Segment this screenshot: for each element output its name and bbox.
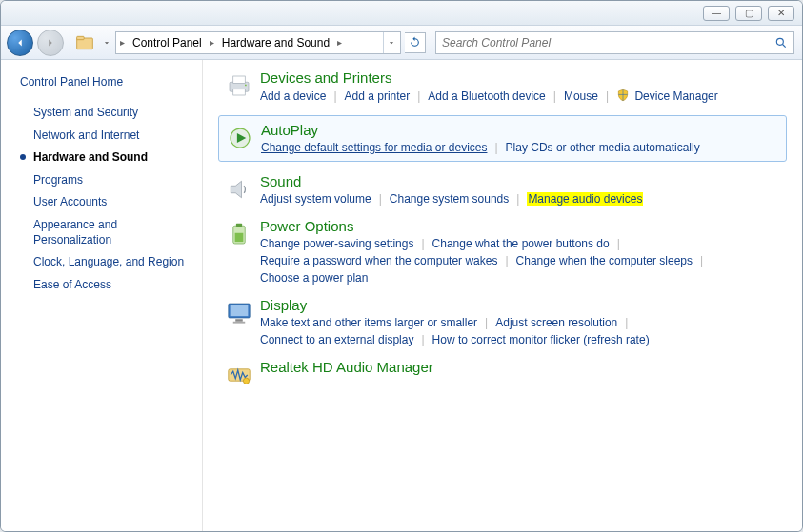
svg-rect-1 [77, 36, 85, 39]
titlebar: — ▢ ✕ [1, 1, 802, 26]
devices-printers-heading[interactable]: Devices and Printers [260, 69, 787, 86]
content: Devices and Printers Add a device| Add a… [203, 60, 802, 531]
manage-audio-devices-link[interactable]: Manage audio devices [527, 192, 643, 206]
external-display-link[interactable]: Connect to an external display [260, 332, 413, 347]
svg-rect-6 [233, 89, 246, 95]
section-autoplay: AutoPlay Change default settings for med… [218, 115, 787, 162]
require-password-link[interactable]: Require a password when the computer wak… [260, 253, 497, 268]
add-printer-link[interactable]: Add a printer [345, 89, 411, 104]
power-options-heading[interactable]: Power Options [260, 218, 787, 234]
minimize-button[interactable]: — [703, 6, 730, 21]
breadcrumb[interactable]: ▸ Control Panel ▸ Hardware and Sound ▸ [115, 31, 401, 54]
change-sounds-link[interactable]: Change system sounds [390, 191, 509, 207]
autoplay-defaults-link[interactable]: Change default settings for media or dev… [261, 140, 487, 155]
add-device-link[interactable]: Add a device [260, 89, 326, 104]
refresh-icon [409, 36, 421, 49]
breadcrumb-control-panel[interactable]: Control Panel [127, 32, 208, 53]
svg-rect-11 [236, 224, 242, 227]
sidebar-item-appearance[interactable]: Appearance and Personalization [20, 214, 192, 251]
realtek-heading[interactable]: Realtek HD Audio Manager [260, 359, 787, 375]
adjust-volume-link[interactable]: Adjust system volume [260, 191, 371, 207]
svg-point-18 [243, 378, 249, 384]
sidebar-item-hardware-sound[interactable]: Hardware and Sound [20, 147, 192, 169]
mouse-link[interactable]: Mouse [564, 89, 598, 104]
search-icon [774, 36, 788, 49]
svg-rect-14 [231, 305, 249, 316]
autoplay-heading[interactable]: AutoPlay [261, 122, 786, 138]
screen-resolution-link[interactable]: Adjust screen resolution [495, 315, 617, 330]
svg-point-2 [776, 38, 783, 45]
display-heading[interactable]: Display [260, 297, 787, 313]
svg-rect-16 [233, 322, 246, 324]
section-power: Power Options Change power-saving settin… [218, 218, 787, 286]
sidebar: Control Panel Home System and Security N… [1, 60, 203, 531]
power-plan-link[interactable]: Choose a power plan [260, 270, 368, 286]
svg-rect-15 [235, 319, 243, 322]
sidebar-item-system-security[interactable]: System and Security [20, 102, 192, 125]
text-size-link[interactable]: Make text and other items larger or smal… [260, 315, 477, 330]
sidebar-item-user-accounts[interactable]: User Accounts [20, 191, 192, 214]
device-manager-link[interactable]: Device Manager [616, 88, 718, 104]
svg-rect-5 [233, 76, 246, 84]
sleep-change-link[interactable]: Change when the computer sleeps [516, 253, 693, 268]
maximize-button[interactable]: ▢ [735, 6, 762, 21]
autoplay-play-cd-link[interactable]: Play CDs or other media automatically [506, 140, 700, 155]
arrow-left-icon [13, 36, 27, 49]
sidebar-item-programs[interactable]: Programs [20, 169, 192, 192]
svg-line-3 [783, 44, 786, 47]
arrow-right-icon [44, 36, 57, 49]
sidebar-item-clock-language[interactable]: Clock, Language, and Region [20, 251, 192, 274]
monitor-flicker-link[interactable]: How to correct monitor flicker (refresh … [432, 332, 650, 347]
device-manager-label: Device Manager [634, 89, 717, 103]
search-box[interactable] [435, 31, 794, 54]
sidebar-item-network-internet[interactable]: Network and Internet [20, 125, 192, 148]
power-saving-link[interactable]: Change power-saving settings [260, 236, 413, 251]
breadcrumb-hardware-sound[interactable]: Hardware and Sound [216, 32, 335, 53]
forward-button[interactable] [37, 30, 64, 56]
display-icon [218, 297, 260, 347]
realtek-icon [218, 359, 260, 389]
breadcrumb-root-arrow[interactable]: ▸ [118, 37, 127, 48]
close-button[interactable]: ✕ [768, 6, 794, 21]
battery-icon [218, 218, 260, 286]
shield-icon [616, 89, 630, 102]
svg-rect-12 [235, 233, 244, 242]
section-sound: Sound Adjust system volume| Change syste… [218, 173, 787, 207]
breadcrumb-dropdown[interactable] [383, 32, 398, 53]
section-devices-printers: Devices and Printers Add a device| Add a… [218, 69, 787, 104]
section-display: Display Make text and other items larger… [218, 297, 787, 347]
sidebar-list: System and Security Network and Internet… [20, 102, 192, 296]
refresh-button[interactable] [405, 32, 426, 53]
sound-heading[interactable]: Sound [260, 173, 787, 189]
autoplay-icon [219, 122, 261, 155]
back-button[interactable] [7, 30, 33, 56]
chevron-down-icon[interactable] [102, 38, 111, 48]
body: Control Panel Home System and Security N… [1, 60, 802, 531]
navbar: ▸ Control Panel ▸ Hardware and Sound ▸ [1, 26, 802, 60]
sidebar-item-ease-access[interactable]: Ease of Access [20, 274, 192, 297]
svg-point-7 [245, 84, 247, 86]
control-panel-window: — ▢ ✕ ▸ Control Panel ▸ Hardware and Sou… [0, 0, 803, 532]
power-buttons-link[interactable]: Change what the power buttons do [432, 236, 610, 251]
add-bluetooth-link[interactable]: Add a Bluetooth device [428, 89, 545, 104]
breadcrumb-sep-icon[interactable]: ▸ [335, 37, 344, 48]
explorer-icon [75, 34, 94, 51]
control-panel-home-link[interactable]: Control Panel Home [20, 75, 192, 89]
printer-icon [218, 69, 260, 104]
chevron-down-icon [387, 38, 396, 48]
speaker-icon [218, 173, 260, 207]
breadcrumb-sep-icon[interactable]: ▸ [208, 37, 216, 48]
section-realtek: Realtek HD Audio Manager [218, 359, 787, 389]
search-input[interactable] [442, 36, 774, 49]
